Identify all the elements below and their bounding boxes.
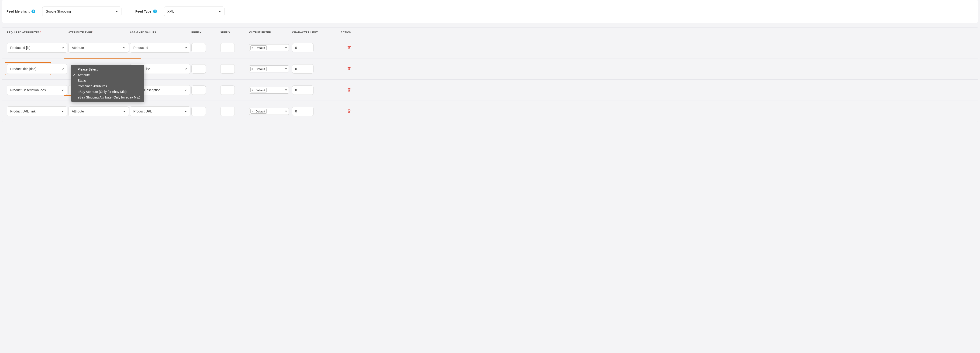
caret-down-icon xyxy=(285,88,287,92)
output-filter-select[interactable]: × Default xyxy=(249,87,289,93)
feed-type-select[interactable]: XML xyxy=(164,6,224,16)
required-attribute-select[interactable]: Product Id [id] xyxy=(7,43,67,52)
output-filter-tag: Default xyxy=(254,66,267,71)
prefix-input[interactable] xyxy=(191,64,206,74)
character-limit-input[interactable] xyxy=(292,107,313,116)
th-suffix: SUFFIX xyxy=(220,31,248,34)
chevron-down-icon xyxy=(61,46,64,49)
attributes-table: REQUIRED ATTRIBUTES ATTRIBUTE TYPE ASSIG… xyxy=(2,27,978,122)
prefix-input[interactable] xyxy=(191,43,206,52)
dropdown-option[interactable]: eBay Shipping Attribute (Only for ebay M… xyxy=(71,95,144,100)
chevron-down-icon xyxy=(184,89,188,92)
attribute-type-value: Attribute xyxy=(72,109,84,113)
th-output-filter: OUTPUT FILTER xyxy=(249,31,291,34)
help-icon[interactable]: ? xyxy=(32,9,35,13)
feed-merchant-select[interactable]: Google Shopping xyxy=(42,6,121,16)
dropdown-option[interactable]: ✓ Attribute xyxy=(71,72,144,78)
remove-tag-button[interactable]: × xyxy=(250,66,254,71)
caret-down-icon xyxy=(285,109,287,113)
required-attribute-value: Product Description [des xyxy=(10,88,46,92)
chevron-down-icon xyxy=(123,46,126,49)
required-attribute-value: Product Id [id] xyxy=(10,46,30,50)
feed-merchant-group: Feed Merchant ? Google Shopping xyxy=(6,6,121,16)
delete-row-button[interactable] xyxy=(347,109,351,113)
character-limit-input[interactable] xyxy=(292,43,313,52)
feed-type-label: Feed Type ? xyxy=(135,9,157,13)
output-filter-select[interactable]: × Default xyxy=(249,44,289,51)
dropdown-option-label: Combined Attributes xyxy=(78,84,107,88)
chevron-down-icon xyxy=(184,67,188,71)
prefix-input[interactable] xyxy=(191,107,206,116)
delete-row-button[interactable] xyxy=(347,88,351,92)
dropdown-option[interactable]: Static xyxy=(71,78,144,83)
check-icon: ✓ xyxy=(73,73,75,77)
table-row: Product Description [des Attribute duct … xyxy=(2,80,978,101)
feed-merchant-label: Feed Merchant ? xyxy=(6,9,35,13)
feed-merchant-value: Google Shopping xyxy=(46,9,71,13)
chevron-down-icon xyxy=(184,46,188,49)
suffix-input[interactable] xyxy=(220,43,235,52)
dropdown-option-label: eBay Attribute (Only for ebay Mip) xyxy=(78,90,127,93)
character-limit-input[interactable] xyxy=(292,85,313,95)
help-icon[interactable]: ? xyxy=(153,9,157,13)
prefix-input[interactable] xyxy=(191,85,206,95)
assigned-value: Product Id xyxy=(133,46,148,50)
th-assigned-values: ASSIGNED VALUES xyxy=(130,31,191,34)
remove-tag-button[interactable]: × xyxy=(250,45,254,50)
suffix-input[interactable] xyxy=(220,107,235,116)
output-filter-tag: Default xyxy=(254,109,267,114)
th-required-attributes: REQUIRED ATTRIBUTES xyxy=(7,31,67,34)
chevron-down-icon xyxy=(61,110,64,113)
suffix-input[interactable] xyxy=(220,85,235,95)
svg-marker-0 xyxy=(285,47,287,48)
table-row: Product Id [id] Attribute Product Id × D… xyxy=(2,37,978,59)
caret-down-icon xyxy=(285,46,287,50)
chevron-down-icon xyxy=(218,10,221,13)
attribute-type-value: Attribute xyxy=(72,46,84,50)
required-attribute-select[interactable]: Product URL [link] xyxy=(7,106,67,116)
output-filter-select[interactable]: × Default xyxy=(249,65,289,73)
output-filter-select[interactable]: × Default xyxy=(249,108,289,115)
remove-tag-button[interactable]: × xyxy=(250,88,254,92)
feed-merchant-label-text: Feed Merchant xyxy=(6,9,30,13)
output-filter-tag: Default xyxy=(254,45,267,50)
svg-marker-3 xyxy=(285,68,287,70)
th-character-limit: CHARACTER LIMIT xyxy=(292,31,329,34)
top-config-panel: Feed Merchant ? Google Shopping Feed Typ… xyxy=(2,0,978,23)
dropdown-option-label: Static xyxy=(78,79,86,82)
th-prefix: PREFIX xyxy=(191,31,220,34)
attribute-type-select[interactable]: Attribute xyxy=(68,106,129,116)
svg-marker-5 xyxy=(285,111,287,112)
output-filter-tag: Default xyxy=(254,88,267,92)
required-attribute-value: Product URL [link] xyxy=(10,109,37,113)
suffix-input[interactable] xyxy=(220,64,235,74)
assigned-value-select[interactable]: Product URL xyxy=(130,106,191,116)
required-attribute-select[interactable]: Product Title [title] xyxy=(7,64,67,74)
dropdown-option[interactable]: Combined Attributes xyxy=(71,83,144,89)
feed-type-value: XML xyxy=(167,9,174,13)
delete-row-button[interactable] xyxy=(347,45,351,50)
feed-type-group: Feed Type ? XML xyxy=(135,6,224,16)
th-action: ACTION xyxy=(330,31,351,34)
chevron-down-icon xyxy=(61,89,64,92)
dropdown-option[interactable]: eBay Attribute (Only for ebay Mip) xyxy=(71,89,144,95)
feed-type-label-text: Feed Type xyxy=(135,9,151,13)
table-row: Product Title [title] Please Select ✓ At… xyxy=(2,59,978,80)
caret-down-icon xyxy=(285,67,287,71)
assigned-value-select[interactable]: Product Id xyxy=(130,43,191,52)
character-limit-input[interactable] xyxy=(292,64,313,74)
chevron-down-icon xyxy=(115,10,118,13)
required-attribute-select[interactable]: Product Description [des xyxy=(7,85,67,95)
dropdown-header: Please Select xyxy=(71,66,144,72)
required-attribute-value: Product Title [title] xyxy=(10,67,36,71)
table-row: Product URL [link] Attribute Product URL… xyxy=(2,101,978,122)
chevron-down-icon xyxy=(184,110,188,113)
dropdown-option-label: Attribute xyxy=(78,73,90,77)
remove-tag-button[interactable]: × xyxy=(250,109,254,114)
delete-row-button[interactable] xyxy=(347,66,351,71)
assigned-value: Product URL xyxy=(133,109,152,113)
dropdown-option-label: eBay Shipping Attribute (Only for ebay M… xyxy=(78,95,140,99)
attribute-type-select[interactable]: Attribute xyxy=(68,43,129,52)
svg-marker-4 xyxy=(285,89,287,91)
chevron-down-icon xyxy=(123,110,126,113)
